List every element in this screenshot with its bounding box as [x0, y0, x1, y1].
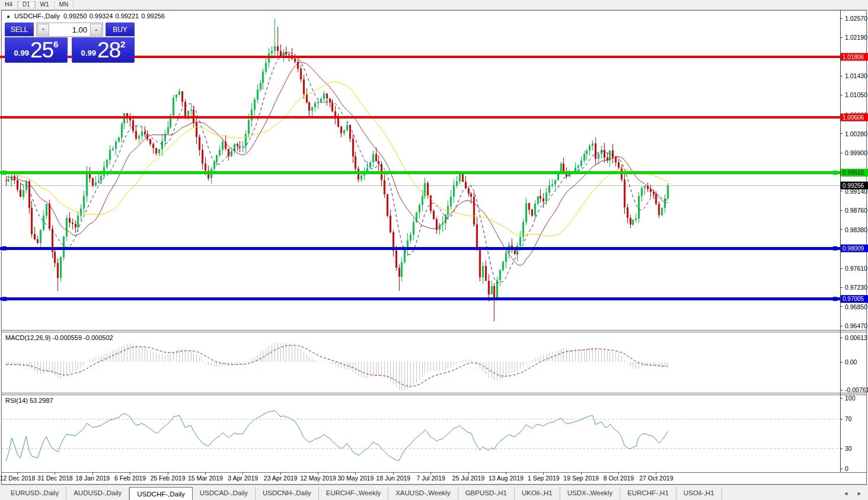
spin-up-icon: ▲	[94, 28, 98, 31]
date-tick-label: 12 Dec 2018	[0, 475, 35, 482]
sell-price-prefix: 0.99	[14, 49, 29, 61]
volume-decrease-button[interactable]: ▼	[37, 24, 49, 36]
rsi-tick-label: 70	[845, 415, 852, 422]
date-tick-label: 25 Jul 2019	[452, 475, 484, 482]
ohlc-open: 0.99250	[63, 12, 87, 20]
price-badge-label: 0.97005	[843, 296, 864, 302]
macd-indicator-label: MACD(12,26,9) -0.000559 -0.000502	[5, 334, 113, 341]
chart-tab-xauusd-weekly[interactable]: XAUUSD-,Weekly	[388, 487, 458, 500]
date-tick-label: 25 Feb 2019	[151, 475, 186, 482]
sell-price-big: 25	[30, 40, 53, 61]
price-tick-label: 1.00280	[845, 130, 867, 137]
hline-handle-right[interactable]	[833, 171, 837, 175]
rsi-tick-label: 0	[845, 465, 848, 472]
price-tick-label: 0.96470	[845, 322, 867, 329]
collapse-arrow-icon[interactable]: ▲	[6, 14, 11, 19]
hline-handle-left[interactable]	[2, 171, 7, 175]
chart-tab-audusd-daily[interactable]: AUDUSD-,Daily	[66, 487, 129, 500]
ohlc-low: 0.99221	[115, 12, 139, 20]
chart-tab-bar: EURUSD-,DailyAUDUSD-,DailyUSDCHF-,DailyU…	[0, 485, 868, 500]
buy-button[interactable]: BUY	[106, 23, 135, 37]
date-tick-label: 30 May 2019	[338, 475, 374, 482]
macd-tick-label: 0.00613	[845, 334, 867, 341]
date-tick-label: 27 Oct 2019	[639, 475, 673, 482]
one-click-trading-panel: SELL ▼ ▲ BUY 0.99 25 6 0.99 28 2	[5, 23, 135, 63]
date-tick-label: 7 Jul 2019	[416, 475, 445, 482]
price-tick-label: 0.97230	[845, 284, 867, 291]
symbol-name: USDCHF-,Daily	[14, 12, 60, 20]
chart-tab-usdchf-daily[interactable]: USDCHF-,Daily	[129, 487, 193, 500]
chart-tab-eurchf-weekly[interactable]: EURCHF-,Weekly	[319, 487, 388, 500]
chart-tab-ukoil-h1[interactable]: UKOil-,H1	[515, 487, 560, 500]
timeframe-buttons: H4D1W1MN	[0, 1, 74, 9]
price-badge-label: 0.99256	[843, 182, 864, 189]
volume-increase-button[interactable]: ▲	[90, 24, 102, 36]
symbol-info-line: ▲ USDCHF-,Daily 0.99250 0.99324 0.99221 …	[6, 12, 165, 20]
ohlc-high: 0.99324	[90, 12, 113, 20]
tab-navigation: ◄ ►	[843, 491, 862, 500]
timeframe-button-mn[interactable]: MN	[55, 1, 74, 9]
hline-handle-left[interactable]	[2, 246, 7, 251]
rsi-indicator-label: RSI(14) 53.2987	[5, 397, 53, 404]
ohlc-close: 0.99256	[141, 12, 165, 20]
date-tick-label: 8 Oct 2019	[604, 475, 634, 482]
sell-price-display[interactable]: 0.99 25 6	[5, 37, 68, 63]
price-badge-label: 0.99510	[843, 169, 864, 176]
date-tick-label: 3 Apr 2019	[228, 475, 258, 482]
price-badge-0.99256: 0.99256	[841, 182, 868, 190]
date-tick-label: 31 Dec 2018	[37, 475, 73, 482]
chart-canvas[interactable]: 1.025701.021901.014301.010501.006601.002…	[0, 0, 868, 500]
buy-price-pip: 2	[120, 39, 125, 61]
chart-tab-gbpusd-h1[interactable]: GBPUSD-,H1	[458, 487, 515, 500]
chart-tab-eurusd-daily[interactable]: EURUSD-,Daily	[4, 487, 66, 500]
hline-handle-left[interactable]	[2, 297, 7, 301]
price-tick-label: 1.01050	[845, 91, 867, 98]
volume-input[interactable]	[50, 23, 90, 36]
buy-price-big: 28	[97, 40, 120, 61]
price-badge-label: 1.01806	[843, 54, 864, 60]
timeframe-button-d1[interactable]: D1	[18, 1, 36, 9]
price-badge-1.00606: 1.00606	[841, 114, 868, 121]
date-tick-label: 13 Aug 2019	[489, 475, 524, 482]
price-badge-label: 0.98009	[843, 245, 864, 252]
timeframe-button-w1[interactable]: W1	[36, 1, 55, 9]
date-tick-label: 19 Sep 2019	[563, 475, 599, 482]
macd-tick-label: -0.007612	[845, 386, 868, 393]
date-tick-label: 18 Jan 2019	[75, 475, 110, 482]
price-badge-1.01806: 1.01806	[841, 53, 868, 61]
hline-handle-right[interactable]	[833, 297, 837, 301]
date-tick-label: 18 Jun 2019	[376, 475, 410, 482]
date-tick-label: 15 Mar 2019	[188, 475, 223, 482]
price-tick-label: 0.99900	[845, 149, 867, 156]
price-badge-0.98009: 0.98009	[841, 245, 868, 252]
spin-down-icon: ▼	[42, 28, 45, 31]
timeframe-button-h4[interactable]: H4	[0, 1, 18, 9]
date-tick-label: 6 Feb 2019	[114, 475, 146, 482]
tab-scroll-left-icon[interactable]: ◄	[843, 491, 848, 496]
price-tick-label: 0.98380	[845, 226, 867, 233]
price-tick-label: 1.02190	[845, 34, 867, 41]
chart-tab-usdcnh-daily[interactable]: USDCNH-,Daily	[256, 487, 319, 500]
price-tick-label: 1.02570	[845, 15, 867, 22]
date-tick-label: 23 Apr 2019	[264, 475, 298, 482]
date-tick-label: 1 Sep 2019	[528, 475, 560, 482]
date-tick-label: 12 May 2019	[300, 475, 336, 482]
price-badge-label: 1.00606	[843, 114, 864, 121]
macd-tick-label: 0.00	[845, 358, 857, 366]
price-badge-0.99510: 0.99510	[841, 169, 868, 177]
timeframe-toolbar: H4D1W1MN	[0, 0, 868, 10]
hline-handle-right[interactable]	[833, 246, 837, 251]
chart-tab-usoil-h1[interactable]: USOil-,H1	[676, 487, 722, 500]
buy-price-display[interactable]: 0.99 28 2	[72, 37, 135, 63]
chart-tab-eurchf-h1[interactable]: EURCHF-,H1	[620, 487, 676, 500]
buy-price-prefix: 0.99	[81, 49, 96, 61]
sell-button[interactable]: SELL	[5, 23, 34, 37]
rsi-tick-label: 100	[845, 395, 856, 402]
chart-tab-usdx-weekly[interactable]: USDX-,Weekly	[560, 487, 620, 500]
chart-tabs: EURUSD-,DailyAUDUSD-,DailyUSDCHF-,DailyU…	[4, 487, 722, 500]
chart-tab-usdcad-daily[interactable]: USDCAD-,Daily	[193, 487, 256, 500]
price-badge-0.97005: 0.97005	[841, 295, 868, 303]
price-tick-label: 0.96850	[845, 303, 867, 310]
tab-scroll-right-icon[interactable]: ►	[857, 491, 862, 496]
volume-stepper: ▼ ▲	[36, 23, 103, 37]
